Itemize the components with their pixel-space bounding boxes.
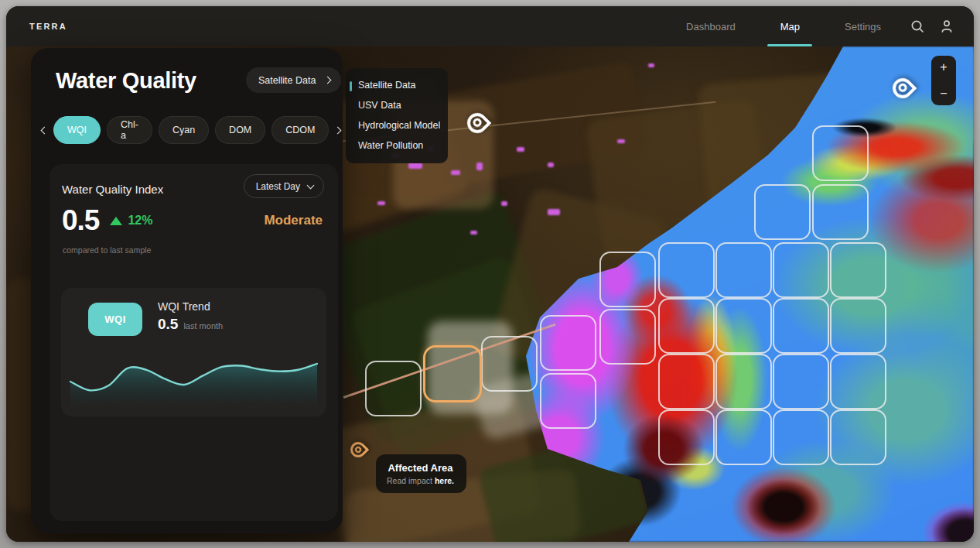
map-grid-cell[interactable]: [365, 361, 422, 416]
map-grid-cell[interactable]: [812, 125, 869, 181]
index-value-row: 0.5 12% Moderate: [62, 204, 323, 237]
nav-item-dashboard[interactable]: Dashboard: [686, 6, 736, 46]
search-icon[interactable]: [910, 19, 924, 33]
layer-menu: Satellite DataUSV DataHydrological Model…: [346, 68, 448, 163]
pollution-speck: [476, 163, 483, 170]
map-grid-cell[interactable]: [830, 242, 886, 298]
pollution-speck: [648, 63, 654, 67]
layer-menu-item-satellite-data[interactable]: Satellite Data: [346, 75, 448, 95]
layer-menu-item-water-pollution[interactable]: Water Pollution: [346, 135, 448, 156]
map-grid-cell[interactable]: [773, 242, 829, 298]
tooltip-link[interactable]: here.: [435, 476, 454, 485]
map-grid-cell[interactable]: [658, 242, 715, 298]
map-grid-cell[interactable]: [830, 354, 886, 409]
tab-dom[interactable]: DOM: [215, 116, 265, 144]
top-bar: TERRA DashboardMapSettings: [6, 6, 974, 46]
map-grid-cell[interactable]: [715, 242, 772, 298]
pollution-speck: [451, 170, 460, 175]
wqi-value: 0.5: [62, 204, 99, 237]
map-grid-cell[interactable]: [754, 184, 811, 240]
pollution-speck: [501, 201, 507, 206]
brand-logo: TERRA: [29, 22, 67, 31]
wqi-trend-card: WQI WQI Trend 0.5 last month: [61, 288, 326, 416]
pollution-speck: [377, 201, 385, 205]
satellite-data-button[interactable]: Satellite Data: [246, 67, 341, 93]
index-card-title: Water Quality Index: [62, 183, 163, 196]
pollution-speck: [548, 209, 560, 215]
map-grid-cell[interactable]: [715, 354, 772, 409]
pollution-speck: [617, 139, 625, 143]
map-grid-cell[interactable]: [540, 373, 596, 429]
zoom-in-button[interactable]: +: [940, 61, 947, 74]
browser-frame: Satellite DataUSV DataHydrological Model…: [0, 0, 980, 548]
water-quality-panel: Water Quality Satellite Data WQIChl-aCya…: [31, 48, 343, 533]
tab-chl-a[interactable]: Chl-a: [107, 116, 152, 144]
tooltip-text: Read impact: [387, 476, 435, 485]
map-grid-cell[interactable]: [830, 298, 886, 354]
chevron-left-icon[interactable]: [42, 128, 47, 133]
pollution-speck: [470, 231, 477, 235]
tab-wqi[interactable]: WQI: [53, 116, 101, 144]
map-grid-cell[interactable]: [773, 298, 829, 354]
tab-cdom[interactable]: CDOM: [271, 116, 329, 144]
wqi-delta-value: 12%: [128, 214, 152, 228]
map-grid-cell[interactable]: [658, 409, 715, 465]
trend-value-row: 0.5 last month: [158, 316, 223, 333]
map-grid-cell[interactable]: [715, 409, 772, 465]
map-grid-cell[interactable]: [773, 409, 829, 465]
wqi-delta: 12%: [110, 214, 152, 228]
pollution-speck: [517, 147, 524, 152]
wqi-trend-chart: [70, 347, 318, 409]
pollution-speck: [548, 163, 554, 167]
map-grid-cell[interactable]: [658, 298, 715, 354]
map-grid-cell[interactable]: [658, 354, 715, 409]
user-icon[interactable]: [940, 19, 954, 33]
map-zoom-control: + −: [931, 56, 956, 105]
trend-value: 0.5: [158, 316, 178, 333]
layer-menu-item-usv-data[interactable]: USV Data: [346, 95, 448, 115]
map-grid-cell[interactable]: [812, 184, 869, 240]
nav-item-map[interactable]: Map: [780, 6, 800, 46]
chevron-right-icon[interactable]: [335, 128, 340, 133]
map-grid-cell-highlighted[interactable]: [423, 345, 482, 402]
satellite-data-button-label: Satellite Data: [258, 75, 316, 86]
index-subtext: compared to last sample: [63, 245, 151, 255]
trend-up-icon: [110, 217, 122, 225]
pollution-speck: [408, 163, 422, 169]
chevron-right-icon: [324, 77, 332, 84]
period-selector[interactable]: Latest Day: [244, 174, 324, 198]
map-grid-cell[interactable]: [540, 315, 596, 371]
wqi-badge: WQI: [88, 303, 142, 336]
zoom-out-button[interactable]: −: [940, 87, 947, 100]
status-badge: Moderate: [264, 213, 323, 228]
parameter-tabs: WQIChl-aCyanDOMCDOM: [42, 116, 334, 144]
layer-menu-item-hydrological-model[interactable]: Hydrological Model: [346, 115, 448, 135]
chevron-down-icon: [307, 181, 315, 189]
trend-title: WQI Trend: [158, 300, 210, 313]
trend-caption: last month: [183, 321, 223, 331]
map-grid-cell[interactable]: [830, 409, 886, 465]
water-quality-index-card: Water Quality Index Latest Day 0.5 12% M…: [50, 164, 338, 521]
affected-area-tooltip: Affected Area Read impact here.: [376, 454, 466, 493]
map-grid-cell[interactable]: [599, 309, 656, 365]
tab-cyan[interactable]: Cyan: [159, 116, 209, 144]
tooltip-body: Read impact here.: [387, 476, 454, 485]
top-bar-icons: [910, 19, 954, 33]
panel-title: Water Quality: [56, 68, 196, 94]
map-grid-cell[interactable]: [773, 354, 829, 409]
tooltip-title: Affected Area: [387, 462, 454, 474]
main-nav: DashboardMapSettings: [686, 6, 881, 46]
app-window: Satellite DataUSV DataHydrological Model…: [6, 6, 974, 542]
map-grid-cell[interactable]: [715, 298, 772, 354]
nav-item-settings[interactable]: Settings: [845, 6, 881, 46]
period-selector-label: Latest Day: [256, 181, 300, 192]
map-grid-cell[interactable]: [599, 252, 656, 307]
map-grid-cell[interactable]: [481, 336, 538, 392]
